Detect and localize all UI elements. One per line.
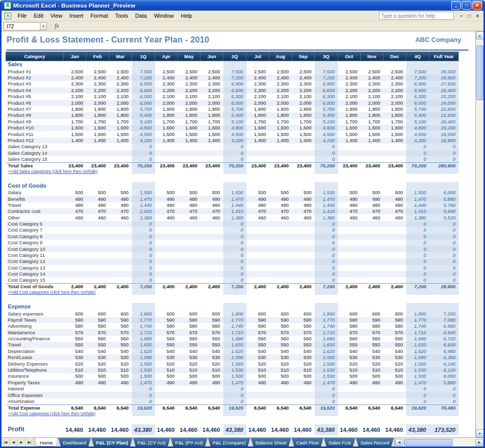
cell[interactable] [201,169,223,174]
cell[interactable]: 5,700 [132,106,155,112]
row-label-cell[interactable]: Cost Category 12 [6,258,64,264]
cell[interactable] [155,271,178,277]
row-label-cell[interactable]: Cost Category 10 [6,246,64,252]
cell[interactable]: 540 [269,348,292,354]
cell[interactable] [338,411,361,416]
cell[interactable] [338,182,361,190]
cell[interactable]: 460 [247,214,269,220]
cell[interactable]: 23,400 [269,162,292,168]
row-label-cell[interactable]: Cost Category 13 [6,265,64,271]
cell[interactable] [292,303,315,310]
cell[interactable]: 500 [86,373,109,379]
row-label-cell[interactable]: Product #8 [6,112,64,118]
cell[interactable]: 560 [247,336,269,342]
cell[interactable] [338,150,361,156]
cell[interactable]: 2,300 [201,81,223,87]
cell[interactable]: 520 [64,361,86,367]
cell[interactable] [429,61,459,69]
workbook-close-button[interactable]: × [473,13,481,19]
cell[interactable]: 1,600 [361,125,383,131]
cell[interactable]: 510 [383,367,406,373]
cell[interactable]: 0 [223,386,247,392]
cell[interactable]: 500 [247,373,269,379]
cell[interactable]: 2,400 [64,284,86,290]
menu-insert[interactable]: Insert [66,12,87,20]
cell[interactable] [109,156,132,162]
cell[interactable]: 6,000 [429,190,459,196]
cell[interactable]: 1,700 [292,119,315,125]
cell[interactable]: 1,530 [132,367,155,373]
cell[interactable]: 1,400 [338,138,361,144]
cell[interactable]: 2,100 [201,94,223,100]
cell[interactable] [178,156,201,162]
cell[interactable] [429,169,459,174]
cell[interactable] [247,61,269,69]
cell[interactable]: 580 [178,323,201,329]
cell[interactable] [178,411,201,416]
cell[interactable]: 500 [86,190,109,196]
cell[interactable]: 2,300 [86,81,109,87]
cell[interactable]: 570 [155,329,178,335]
cell[interactable]: 1,590 [223,354,247,361]
cell[interactable] [269,240,292,246]
cell[interactable]: 500 [247,190,269,196]
row-label-cell[interactable]: Advertising [6,323,64,329]
cell[interactable]: 2,200 [109,87,132,94]
cell[interactable]: 0 [132,234,155,240]
cell[interactable]: 2,100 [292,94,315,100]
cell[interactable] [247,144,269,150]
cell[interactable] [132,182,155,190]
cell[interactable]: 1,530 [315,367,338,373]
cell[interactable]: 2,000 [155,100,178,106]
cell[interactable] [109,150,132,156]
cell[interactable]: 0 [132,156,155,162]
cell[interactable] [178,150,201,156]
cell[interactable] [361,234,383,240]
cell[interactable]: 0 [132,150,155,156]
cell[interactable]: 2,500 [155,69,178,75]
cell[interactable]: 2,300 [361,81,383,87]
cell[interactable]: 560 [269,336,292,342]
cell[interactable]: 600 [292,310,315,317]
cell[interactable]: 2,000 [361,100,383,106]
sheet-tab-balance-sheet[interactable]: Balance Sheet [251,438,291,446]
cell[interactable]: 7,200 [429,310,459,317]
cell[interactable] [292,221,315,227]
sheet-tab-sales-fcst[interactable]: Sales Fcst [324,438,355,446]
cell[interactable]: 2,100 [361,94,383,100]
cell[interactable] [269,271,292,277]
cell[interactable] [292,240,315,246]
cell[interactable]: 600 [201,310,223,317]
cell[interactable]: 510 [201,367,223,373]
cell[interactable]: 2,400 [383,284,406,290]
column-header[interactable]: Apr [155,52,178,61]
cell[interactable] [155,169,178,174]
menu-tools[interactable]: Tools [112,12,132,20]
cell[interactable] [338,290,361,295]
cell[interactable]: 6,000 [406,100,429,106]
cell[interactable]: 490 [361,380,383,386]
cell[interactable] [247,303,269,310]
cell[interactable]: 1,380 [223,214,247,220]
cell[interactable] [178,271,201,277]
cell[interactable]: 1,770 [315,317,338,323]
cell[interactable]: 500 [292,373,315,379]
cell[interactable] [155,290,178,295]
cell[interactable]: 1,900 [201,106,223,112]
row-label-cell[interactable]: Benefits [6,196,64,202]
cell[interactable]: 1,800 [178,112,201,118]
cell[interactable]: 6,600 [406,87,429,94]
cell[interactable]: 0 [429,392,459,398]
cell[interactable] [361,246,383,252]
cell[interactable] [315,411,338,416]
cell[interactable]: 490 [269,196,292,202]
cell[interactable]: 590 [201,317,223,323]
cell[interactable] [132,290,155,295]
cell[interactable]: 500 [178,190,201,196]
cell[interactable]: 460 [338,214,361,220]
cell[interactable]: 1,470 [223,380,247,386]
cell[interactable]: 2,400 [86,284,109,290]
cell[interactable]: 1,380 [132,214,155,220]
cell[interactable]: 1,470 [315,196,338,202]
section-title[interactable]: Sales [6,61,64,69]
